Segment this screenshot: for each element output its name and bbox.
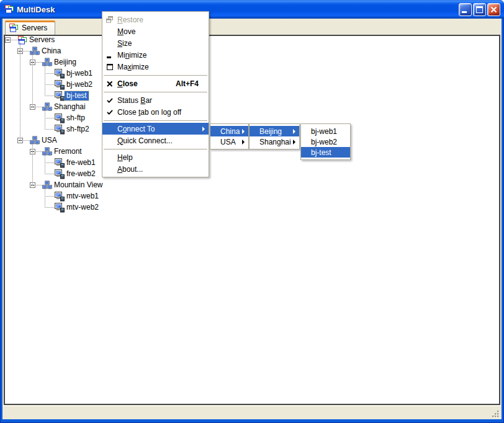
tree-row-servers[interactable]: Servers — [5, 35, 499, 46]
computer-icon — [55, 125, 65, 135]
tree-connector — [45, 196, 55, 197]
no-icon — [102, 39, 117, 48]
submenu-item-bj-web2[interactable]: bj-web2 — [301, 136, 350, 147]
no-icon — [102, 136, 117, 145]
status-bar — [2, 406, 502, 419]
submenu-item-beijing[interactable]: Beijing — [250, 126, 299, 136]
no-icon — [102, 27, 117, 36]
tree-row-bj-test[interactable]: bj-test — [5, 91, 499, 102]
check-icon — [102, 96, 117, 105]
tree-label: fre-web1 — [65, 158, 97, 167]
tree-connector — [45, 163, 55, 164]
site-icon — [42, 102, 52, 112]
close-icon — [490, 6, 498, 14]
tab-servers[interactable]: Servers — [5, 20, 55, 35]
submenu-arrow-icon — [293, 129, 295, 134]
computer-icon — [55, 203, 65, 213]
tree-row-sh-ftp[interactable]: sh-ftp — [5, 113, 499, 124]
check-icon — [102, 108, 117, 117]
menu-item-close-tab-on-log-off[interactable]: Close tab on log off — [102, 106, 209, 118]
menu-item-minimize[interactable]: Minimize — [102, 49, 209, 61]
screen: MultiDesk Servers ServersChinaBeijingbj-… — [0, 0, 504, 423]
tab-label: Servers — [22, 24, 47, 32]
tree-label: bj-web1 — [65, 69, 94, 78]
tree-rows: ServersChinaBeijingbj-web1bj-web2bj-test… — [5, 35, 499, 404]
collapse-toggle-icon[interactable] — [5, 37, 11, 43]
no-icon — [102, 125, 117, 133]
menu-item-quick-connect[interactable]: Quick Connect... — [102, 135, 209, 146]
titlebar: MultiDesk — [0, 0, 504, 19]
menu-item-about[interactable]: About... — [102, 163, 209, 175]
tree-connector — [45, 207, 55, 208]
tree-connector — [32, 54, 34, 107]
menu-separator — [102, 146, 209, 151]
tree-connector — [20, 43, 21, 141]
tree-label: sh-ftp2 — [65, 125, 91, 134]
multidesk-icon — [4, 4, 14, 14]
server-tree: ServersChinaBeijingbj-web1bj-web2bj-test… — [4, 35, 500, 405]
tab-strip: Servers — [2, 19, 502, 35]
tree-label: China — [40, 47, 63, 56]
tree-row-bj-web2[interactable]: bj-web2 — [5, 79, 499, 91]
submenu-item-shanghai[interactable]: Shanghai — [250, 136, 299, 147]
menu-item-connect-to[interactable]: Connect To — [102, 123, 209, 135]
submenu-item-bj-web1[interactable]: bj-web1 — [301, 126, 350, 136]
menu-item-maximize[interactable]: Maximize — [102, 61, 209, 73]
tree-connector — [45, 174, 55, 175]
tree-label: Servers — [27, 35, 56, 45]
submenu-item-usa[interactable]: USA — [210, 136, 248, 147]
tree-row-mtv-web2[interactable]: mtv-web2 — [5, 202, 499, 213]
computer-icon — [55, 69, 65, 79]
tree-row-fre-web2[interactable]: fre-web2 — [5, 169, 499, 180]
tree-row-mountain-view[interactable]: Mountain View — [5, 180, 499, 191]
submenu-cities: BeijingShanghai — [249, 123, 300, 149]
site-icon — [30, 136, 40, 146]
computer-icon — [55, 91, 65, 101]
tree-row-mtv-web1[interactable]: mtv-web1 — [5, 191, 499, 202]
menu-item-move[interactable]: Move — [102, 25, 209, 37]
computer-icon — [55, 192, 65, 202]
submenu-item-bj-test[interactable]: bj-test — [301, 147, 350, 158]
tree-connector — [45, 188, 46, 208]
minimize-glyph-icon — [102, 51, 117, 60]
tree-connector — [45, 154, 46, 174]
window-title: MultiDesk — [17, 5, 55, 14]
tree-row-fre-web1[interactable]: fre-web1 — [5, 158, 499, 169]
tree-label: mtv-web2 — [65, 203, 101, 212]
menu-item-help[interactable]: Help — [102, 151, 209, 163]
menu-separator — [102, 118, 209, 123]
submenu-arrow-icon — [293, 140, 295, 145]
tree-row-bj-web1[interactable]: bj-web1 — [5, 68, 499, 79]
site-icon — [30, 47, 40, 56]
submenu-item-china[interactable]: China — [210, 126, 248, 136]
submenu-arrow-icon — [242, 140, 245, 145]
submenu-servers: bj-web1bj-web2bj-test — [300, 123, 351, 160]
multidesk-icon — [9, 23, 19, 33]
tree-row-beijing[interactable]: Beijing — [5, 57, 499, 68]
menu-item-size[interactable]: Size — [102, 37, 209, 49]
resize-grip[interactable] — [492, 410, 500, 418]
close-button[interactable] — [487, 3, 500, 16]
minimize-button[interactable] — [459, 3, 472, 16]
tree-label: bj-web2 — [65, 80, 94, 89]
window: MultiDesk Servers ServersChinaBeijingbj-… — [0, 0, 504, 423]
tree-connector — [45, 96, 55, 97]
tree-row-shanghai[interactable]: Shanghai — [5, 102, 499, 113]
maximize-glyph-icon — [102, 63, 117, 71]
site-icon — [42, 58, 52, 68]
tree-label: mtv-web1 — [65, 192, 101, 201]
tree-row-china[interactable]: China — [5, 46, 499, 57]
maximize-button[interactable] — [473, 3, 486, 16]
tree-connector — [45, 65, 46, 96]
site-icon — [42, 180, 52, 190]
computer-icon — [55, 80, 65, 90]
submenu-regions: ChinaUSA — [210, 123, 249, 149]
menu-item-close[interactable]: CloseAlt+F4 — [102, 78, 209, 89]
tree-connector — [32, 143, 34, 185]
tree-connector — [45, 118, 55, 119]
menu-item-status-bar[interactable]: Status Bar — [102, 94, 209, 106]
tree-label: Fremont — [52, 147, 84, 156]
computer-icon — [55, 169, 65, 179]
submenu-arrow-icon — [202, 127, 205, 131]
tree-label: Mountain View — [52, 180, 105, 190]
